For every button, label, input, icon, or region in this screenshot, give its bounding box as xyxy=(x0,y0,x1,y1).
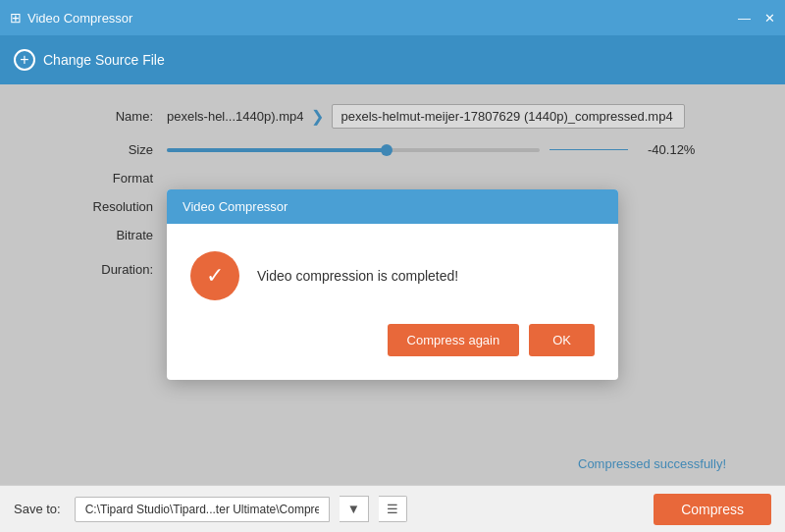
toolbar: + Change Source File xyxy=(0,35,785,84)
change-source-button[interactable]: + Change Source File xyxy=(14,49,165,71)
save-label: Save to: xyxy=(14,502,61,516)
compress-again-button[interactable]: Compress again xyxy=(388,324,520,356)
close-button[interactable]: ✕ xyxy=(764,12,775,25)
app-title: Video Compressor xyxy=(27,11,132,26)
ok-button[interactable]: OK xyxy=(529,324,595,356)
success-circle: ✓ xyxy=(190,251,239,300)
main-content: Name: pexels-hel...1440p).mp4 ❯ Size -40… xyxy=(0,84,785,485)
title-bar-left: ⊞ Video Compressor xyxy=(10,10,132,26)
change-source-label: Change Source File xyxy=(43,52,165,68)
save-path-folder-button[interactable]: ☰ xyxy=(379,496,407,522)
checkmark-icon: ✓ xyxy=(206,263,224,289)
modal-message: Video compression is completed! xyxy=(257,268,458,284)
modal-title: Video Compressor xyxy=(183,199,288,214)
title-bar-controls: — ✕ xyxy=(738,12,775,25)
modal-overlay: Video Compressor ✓ Video compression is … xyxy=(0,84,785,485)
modal-dialog: Video Compressor ✓ Video compression is … xyxy=(167,189,618,380)
bottom-bar: Save to: ▼ ☰ Compress xyxy=(0,485,785,532)
plus-icon: + xyxy=(14,49,35,71)
app-icon: ⊞ xyxy=(10,10,22,26)
modal-footer: Compress again OK xyxy=(167,324,618,380)
minimize-button[interactable]: — xyxy=(738,12,751,25)
save-path-dropdown-button[interactable]: ▼ xyxy=(340,496,369,522)
compress-button[interactable]: Compress xyxy=(654,494,771,525)
save-path-input[interactable] xyxy=(75,497,330,522)
modal-header: Video Compressor xyxy=(167,189,618,224)
title-bar: ⊞ Video Compressor — ✕ xyxy=(0,0,785,35)
modal-body: ✓ Video compression is completed! xyxy=(167,224,618,324)
